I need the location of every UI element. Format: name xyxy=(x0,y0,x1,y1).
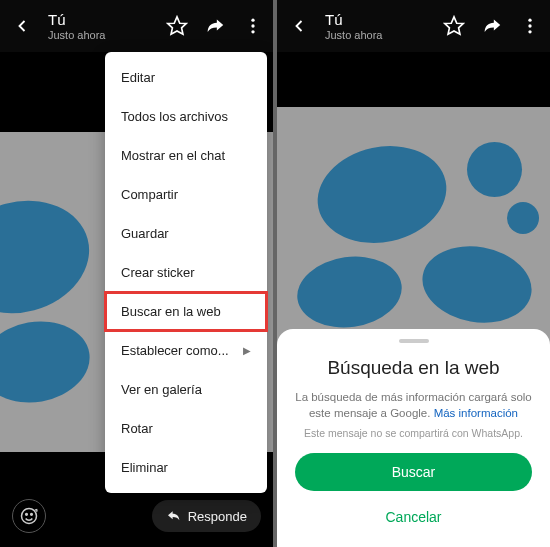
back-button[interactable] xyxy=(8,12,36,40)
dropdown-menu: Editar Todos los archivos Mostrar en el … xyxy=(105,52,267,493)
svg-point-10 xyxy=(528,30,531,33)
svg-point-5 xyxy=(26,514,28,516)
menu-create-sticker[interactable]: Crear sticker xyxy=(105,253,267,292)
svg-point-6 xyxy=(31,514,33,516)
header: Tú Justo ahora xyxy=(0,0,273,52)
menu-show-chat[interactable]: Mostrar en el chat xyxy=(105,136,267,175)
svg-point-9 xyxy=(528,24,531,27)
svg-marker-7 xyxy=(445,17,463,34)
sender-name: Tú xyxy=(325,11,442,28)
sender-name: Tú xyxy=(48,11,165,28)
bottom-sheet: Búsqueda en la web La búsqueda de más in… xyxy=(277,329,550,547)
menu-rotate[interactable]: Rotar xyxy=(105,409,267,448)
menu-edit[interactable]: Editar xyxy=(105,58,267,97)
forward-icon[interactable] xyxy=(203,14,227,38)
svg-point-4 xyxy=(22,509,37,524)
bottom-bar: Responde xyxy=(0,499,273,533)
sheet-note: Este mensaje no se compartirá con WhatsA… xyxy=(295,427,532,439)
sheet-handle[interactable] xyxy=(399,339,429,343)
svg-point-3 xyxy=(251,30,254,33)
sheet-title: Búsqueda en la web xyxy=(295,357,532,379)
more-info-link[interactable]: Más información xyxy=(434,407,518,419)
menu-share[interactable]: Compartir xyxy=(105,175,267,214)
cancel-button[interactable]: Cancelar xyxy=(295,501,532,533)
svg-point-2 xyxy=(251,24,254,27)
reply-button[interactable]: Responde xyxy=(152,500,261,532)
content-area: Búsqueda en la web La búsqueda de más in… xyxy=(277,52,550,547)
timestamp: Justo ahora xyxy=(325,29,442,41)
more-icon[interactable] xyxy=(518,14,542,38)
menu-set-as[interactable]: Establecer como...▶ xyxy=(105,331,267,370)
menu-all-files[interactable]: Todos los archivos xyxy=(105,97,267,136)
header-title: Tú Justo ahora xyxy=(48,11,165,41)
forward-icon[interactable] xyxy=(480,14,504,38)
header-title: Tú Justo ahora xyxy=(325,11,442,41)
search-button[interactable]: Buscar xyxy=(295,453,532,491)
menu-search-web[interactable]: Buscar en la web xyxy=(105,292,267,331)
sheet-description: La búsqueda de más información cargará s… xyxy=(295,389,532,421)
chevron-right-icon: ▶ xyxy=(243,345,251,356)
emoji-button[interactable] xyxy=(12,499,46,533)
svg-point-8 xyxy=(528,19,531,22)
star-icon[interactable] xyxy=(442,14,466,38)
menu-save[interactable]: Guardar xyxy=(105,214,267,253)
content-area: Editar Todos los archivos Mostrar en el … xyxy=(0,52,273,547)
star-icon[interactable] xyxy=(165,14,189,38)
svg-marker-0 xyxy=(168,17,186,34)
phone-right: Tú Justo ahora xyxy=(277,0,550,547)
svg-point-1 xyxy=(251,19,254,22)
back-button[interactable] xyxy=(285,12,313,40)
menu-delete[interactable]: Eliminar xyxy=(105,448,267,487)
reply-label: Responde xyxy=(188,509,247,524)
phone-left: Tú Justo ahora Editar xyxy=(0,0,273,547)
more-icon[interactable] xyxy=(241,14,265,38)
menu-view-gallery[interactable]: Ver en galería xyxy=(105,370,267,409)
header: Tú Justo ahora xyxy=(277,0,550,52)
timestamp: Justo ahora xyxy=(48,29,165,41)
